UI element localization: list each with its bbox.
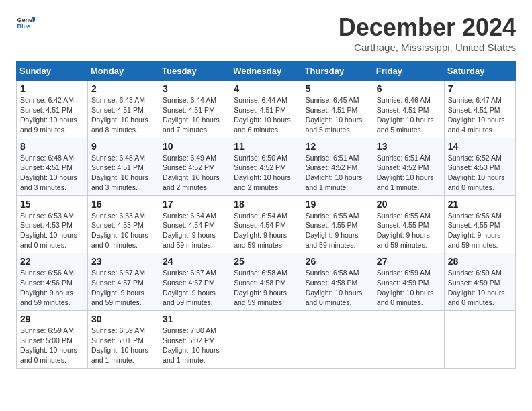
day-number: 6 bbox=[377, 83, 441, 94]
day-number: 19 bbox=[306, 199, 369, 210]
day-number: 30 bbox=[91, 314, 155, 324]
calendar-cell: 8Sunrise: 6:48 AM Sunset: 4:51 PM Daylig… bbox=[17, 138, 88, 195]
day-number: 3 bbox=[163, 83, 226, 94]
calendar-cell: 9Sunrise: 6:48 AM Sunset: 4:51 PM Daylig… bbox=[88, 138, 159, 195]
calendar-cell: 19Sunrise: 6:55 AM Sunset: 4:55 PM Dayli… bbox=[302, 195, 373, 253]
calendar-cell: 25Sunrise: 6:58 AM Sunset: 4:58 PM Dayli… bbox=[230, 253, 302, 311]
header-day-friday: Friday bbox=[373, 62, 444, 81]
day-number: 1 bbox=[20, 83, 84, 94]
header-day-wednesday: Wednesday bbox=[230, 62, 302, 81]
calendar-header-row: SundayMondayTuesdayWednesdayThursdayFrid… bbox=[17, 62, 516, 81]
day-number: 16 bbox=[91, 199, 155, 210]
calendar-cell: 7Sunrise: 6:47 AM Sunset: 4:51 PM Daylig… bbox=[444, 81, 515, 138]
day-number: 15 bbox=[20, 199, 84, 210]
day-number: 11 bbox=[234, 141, 298, 152]
calendar-cell: 2Sunrise: 6:43 AM Sunset: 4:51 PM Daylig… bbox=[88, 81, 159, 138]
day-info: Sunrise: 6:56 AM Sunset: 4:56 PM Dayligh… bbox=[20, 268, 84, 308]
day-info: Sunrise: 6:54 AM Sunset: 4:54 PM Dayligh… bbox=[163, 211, 226, 250]
calendar-cell: 30Sunrise: 6:59 AM Sunset: 5:01 PM Dayli… bbox=[88, 311, 159, 369]
calendar-week-4: 22Sunrise: 6:56 AM Sunset: 4:56 PM Dayli… bbox=[17, 253, 516, 311]
svg-text:Blue: Blue bbox=[17, 23, 30, 30]
calendar-cell: 12Sunrise: 6:51 AM Sunset: 4:52 PM Dayli… bbox=[302, 138, 373, 195]
day-info: Sunrise: 6:51 AM Sunset: 4:52 PM Dayligh… bbox=[306, 153, 369, 193]
calendar-table: SundayMondayTuesdayWednesdayThursdayFrid… bbox=[16, 61, 516, 369]
day-number: 10 bbox=[163, 141, 226, 152]
calendar-cell: 17Sunrise: 6:54 AM Sunset: 4:54 PM Dayli… bbox=[159, 195, 230, 253]
calendar-week-1: 1Sunrise: 6:42 AM Sunset: 4:51 PM Daylig… bbox=[17, 81, 516, 138]
day-info: Sunrise: 6:55 AM Sunset: 4:55 PM Dayligh… bbox=[377, 211, 441, 250]
calendar-cell: 11Sunrise: 6:50 AM Sunset: 4:52 PM Dayli… bbox=[230, 138, 302, 195]
calendar-cell: 26Sunrise: 6:58 AM Sunset: 4:58 PM Dayli… bbox=[302, 253, 373, 311]
day-info: Sunrise: 6:55 AM Sunset: 4:55 PM Dayligh… bbox=[306, 211, 369, 250]
day-info: Sunrise: 6:52 AM Sunset: 4:53 PM Dayligh… bbox=[448, 153, 512, 193]
day-number: 12 bbox=[306, 141, 369, 152]
day-info: Sunrise: 6:48 AM Sunset: 4:51 PM Dayligh… bbox=[91, 153, 155, 193]
calendar-cell: 20Sunrise: 6:55 AM Sunset: 4:55 PM Dayli… bbox=[373, 195, 444, 253]
day-number: 7 bbox=[448, 83, 512, 94]
calendar-cell: 28Sunrise: 6:59 AM Sunset: 4:59 PM Dayli… bbox=[444, 253, 515, 311]
day-info: Sunrise: 6:44 AM Sunset: 4:51 PM Dayligh… bbox=[234, 95, 298, 135]
day-number: 26 bbox=[306, 256, 369, 267]
header-day-monday: Monday bbox=[88, 62, 159, 81]
day-number: 31 bbox=[163, 314, 226, 324]
calendar-week-2: 8Sunrise: 6:48 AM Sunset: 4:51 PM Daylig… bbox=[17, 138, 516, 195]
day-info: Sunrise: 6:43 AM Sunset: 4:51 PM Dayligh… bbox=[91, 95, 155, 135]
main-title: December 2024 bbox=[339, 13, 516, 42]
calendar-cell: 24Sunrise: 6:57 AM Sunset: 4:57 PM Dayli… bbox=[159, 253, 230, 311]
page-header: General Blue December 2024 Carthage, Mis… bbox=[16, 13, 516, 53]
day-number: 29 bbox=[20, 314, 84, 324]
day-info: Sunrise: 6:44 AM Sunset: 4:51 PM Dayligh… bbox=[163, 95, 226, 135]
day-number: 25 bbox=[234, 256, 298, 267]
day-number: 21 bbox=[448, 199, 512, 210]
calendar-cell: 27Sunrise: 6:59 AM Sunset: 4:59 PM Dayli… bbox=[373, 253, 444, 311]
calendar-cell: 5Sunrise: 6:45 AM Sunset: 4:51 PM Daylig… bbox=[302, 81, 373, 138]
day-info: Sunrise: 6:58 AM Sunset: 4:58 PM Dayligh… bbox=[306, 268, 369, 308]
day-info: Sunrise: 6:53 AM Sunset: 4:53 PM Dayligh… bbox=[91, 211, 155, 250]
header-day-tuesday: Tuesday bbox=[159, 62, 230, 81]
calendar-cell: 6Sunrise: 6:46 AM Sunset: 4:51 PM Daylig… bbox=[373, 81, 444, 138]
day-number: 20 bbox=[377, 199, 441, 210]
header-day-sunday: Sunday bbox=[17, 62, 88, 81]
calendar-cell: 10Sunrise: 6:49 AM Sunset: 4:52 PM Dayli… bbox=[159, 138, 230, 195]
day-info: Sunrise: 6:56 AM Sunset: 4:55 PM Dayligh… bbox=[448, 211, 512, 250]
day-number: 28 bbox=[448, 256, 512, 267]
day-info: Sunrise: 6:59 AM Sunset: 5:01 PM Dayligh… bbox=[91, 326, 155, 365]
day-number: 8 bbox=[20, 141, 84, 152]
day-info: Sunrise: 6:48 AM Sunset: 4:51 PM Dayligh… bbox=[20, 153, 84, 193]
day-number: 4 bbox=[234, 83, 298, 94]
day-number: 22 bbox=[20, 256, 84, 267]
day-info: Sunrise: 6:49 AM Sunset: 4:52 PM Dayligh… bbox=[163, 153, 226, 193]
calendar-cell: 31Sunrise: 7:00 AM Sunset: 5:02 PM Dayli… bbox=[159, 311, 230, 369]
day-info: Sunrise: 7:00 AM Sunset: 5:02 PM Dayligh… bbox=[163, 326, 226, 365]
subtitle: Carthage, Mississippi, United States bbox=[339, 42, 516, 53]
day-info: Sunrise: 6:57 AM Sunset: 4:57 PM Dayligh… bbox=[163, 268, 226, 308]
calendar-cell: 1Sunrise: 6:42 AM Sunset: 4:51 PM Daylig… bbox=[17, 81, 88, 138]
day-number: 13 bbox=[377, 141, 441, 152]
header-day-thursday: Thursday bbox=[302, 62, 373, 81]
calendar-cell bbox=[302, 311, 373, 369]
calendar-cell: 23Sunrise: 6:57 AM Sunset: 4:57 PM Dayli… bbox=[88, 253, 159, 311]
header-day-saturday: Saturday bbox=[444, 62, 515, 81]
day-info: Sunrise: 6:53 AM Sunset: 4:53 PM Dayligh… bbox=[20, 211, 84, 250]
calendar-cell: 22Sunrise: 6:56 AM Sunset: 4:56 PM Dayli… bbox=[17, 253, 88, 311]
calendar-cell: 15Sunrise: 6:53 AM Sunset: 4:53 PM Dayli… bbox=[17, 195, 88, 253]
day-number: 5 bbox=[306, 83, 369, 94]
day-number: 27 bbox=[377, 256, 441, 267]
day-info: Sunrise: 6:58 AM Sunset: 4:58 PM Dayligh… bbox=[234, 268, 298, 308]
day-info: Sunrise: 6:59 AM Sunset: 4:59 PM Dayligh… bbox=[377, 268, 441, 308]
calendar-cell: 18Sunrise: 6:54 AM Sunset: 4:54 PM Dayli… bbox=[230, 195, 302, 253]
day-info: Sunrise: 6:54 AM Sunset: 4:54 PM Dayligh… bbox=[234, 211, 298, 250]
calendar-cell: 13Sunrise: 6:51 AM Sunset: 4:52 PM Dayli… bbox=[373, 138, 444, 195]
calendar-cell: 4Sunrise: 6:44 AM Sunset: 4:51 PM Daylig… bbox=[230, 81, 302, 138]
calendar-cell bbox=[444, 311, 515, 369]
day-info: Sunrise: 6:47 AM Sunset: 4:51 PM Dayligh… bbox=[448, 95, 512, 135]
day-info: Sunrise: 6:45 AM Sunset: 4:51 PM Dayligh… bbox=[306, 95, 369, 135]
logo: General Blue bbox=[16, 13, 35, 32]
calendar-cell bbox=[230, 311, 302, 369]
day-info: Sunrise: 6:50 AM Sunset: 4:52 PM Dayligh… bbox=[234, 153, 298, 193]
day-number: 24 bbox=[163, 256, 226, 267]
logo-icon: General Blue bbox=[16, 13, 35, 32]
day-number: 2 bbox=[91, 83, 155, 94]
calendar-cell bbox=[373, 311, 444, 369]
day-info: Sunrise: 6:59 AM Sunset: 4:59 PM Dayligh… bbox=[448, 268, 512, 308]
